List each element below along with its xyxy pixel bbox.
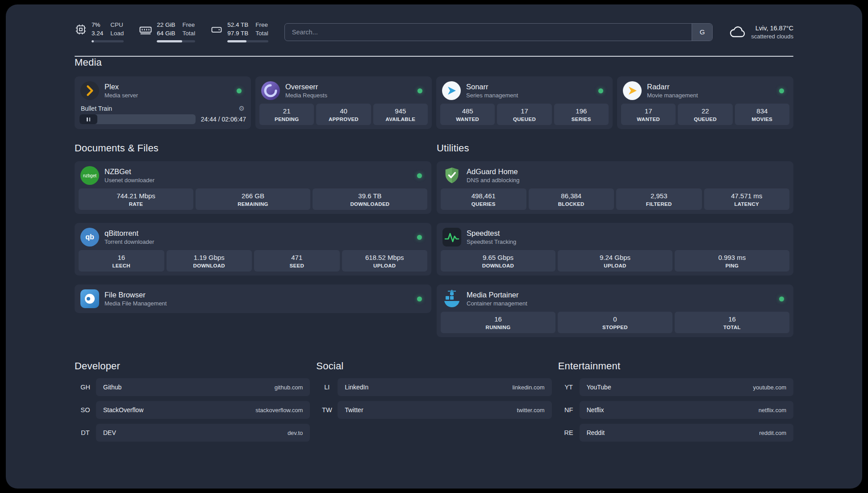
bookmark-url: netflix.com [759, 407, 786, 414]
gear-icon[interactable]: ⚙ [239, 104, 245, 113]
stat-tile: 266 GB REMAINING [196, 188, 310, 210]
section-title-utilities: Utilities [437, 142, 793, 154]
app-desc: Usenet downloader [104, 177, 154, 184]
stat-tile: 9.65 Gbps DOWNLOAD [441, 250, 555, 272]
section-title-media: Media [75, 57, 793, 68]
stat-value: 9.65 Gbps [442, 254, 554, 261]
bookmark-name: Github [103, 384, 121, 391]
stat-tile: 16 LEECH [79, 250, 164, 272]
disk-icon [210, 23, 223, 36]
app-desc: Media Requests [285, 92, 327, 99]
bookmark-url: linkedin.com [512, 384, 544, 391]
bookmark-dev[interactable]: DEV dev.to [96, 424, 310, 442]
card-header: Plex Media server [79, 80, 247, 104]
stat-label: TOTAL [676, 325, 788, 330]
dashboard-content: 7% 3.24 CPU Load [75, 4, 793, 447]
section-title-developer: Developer [75, 360, 310, 372]
app-card-speedtest[interactable]: Speedtest Speedtest Tracking 9.65 Gbps D… [437, 223, 793, 276]
stat-value: 0.993 ms [676, 254, 788, 261]
bookmark-github[interactable]: Github github.com [96, 378, 310, 396]
pause-button[interactable] [79, 114, 97, 124]
stat-value: 21 [261, 107, 312, 115]
app-name: Plex [104, 83, 138, 91]
stat-value: 17 [499, 107, 550, 115]
stat-label: QUEUED [499, 117, 550, 122]
bookmark-netflix[interactable]: Netflix netflix.com [580, 401, 793, 419]
weather-condition: scattered clouds [751, 33, 793, 40]
stat-value: 834 [737, 107, 788, 115]
bookmark-youtube[interactable]: YouTube youtube.com [580, 378, 793, 396]
stat-value: 47.571 ms [706, 192, 788, 200]
cpu-progress-bar [92, 40, 124, 42]
documents-card-stack: nzbget NZBGet Usenet downloader 744.21 M… [75, 161, 431, 313]
bookmark-abbr: RE [558, 429, 580, 436]
bookmark-stackoverflow[interactable]: StackOverflow stackoverflow.com [96, 401, 310, 419]
stat-tile: 485 WANTED [440, 104, 495, 125]
card-header: Sonarr Series management [440, 80, 609, 104]
app-name: Sonarr [466, 83, 518, 91]
app-card-nzbget[interactable]: nzbget NZBGet Usenet downloader 744.21 M… [75, 161, 431, 214]
stat-label: QUEUED [680, 117, 730, 122]
app-desc: Movie management [647, 92, 698, 99]
bookmarks-social: Social LI LinkedIn linkedin.com TW Twitt… [316, 360, 551, 447]
stat-label: SEED [256, 263, 338, 268]
playback-progress-bar[interactable] [79, 114, 196, 124]
disk-free-value: 52.4 TB [227, 21, 248, 29]
bookmark-abbr: YT [558, 384, 580, 391]
top-bar: 7% 3.24 CPU Load [75, 21, 793, 42]
qbittorrent-icon: qb [80, 228, 99, 246]
app-card-adguard[interactable]: AdGuard Home DNS and adblocking 498,461 … [437, 161, 793, 214]
stat-label: QUERIES [442, 201, 525, 207]
stat-tile: 40 APPROVED [316, 104, 371, 125]
status-dot [598, 88, 603, 93]
app-card-portainer[interactable]: Media Portainer Container management 16 … [437, 284, 793, 337]
search-input[interactable] [285, 24, 692, 41]
status-dot [779, 88, 784, 93]
stat-tile: 16 TOTAL [675, 312, 789, 333]
documents-column: Documents & Files nzbget NZBGet Usenet d… [75, 142, 431, 337]
cpu-load-value: 3.24 [92, 30, 103, 37]
stat-label: UPLOAD [344, 263, 426, 268]
bookmark-reddit[interactable]: Reddit reddit.com [580, 424, 793, 442]
bookmark-abbr: SO [75, 406, 96, 414]
bookmark-row: RE Reddit reddit.com [558, 424, 793, 442]
bookmark-name: YouTube [587, 384, 611, 391]
bookmarks-entertainment: Entertainment YT YouTube youtube.com NF … [558, 360, 793, 447]
search-bar: G [284, 23, 713, 41]
section-title-documents: Documents & Files [75, 142, 431, 154]
bookmark-abbr: TW [316, 406, 338, 414]
search-engine-button[interactable]: G [692, 24, 712, 41]
stats-row: 21 PENDING 40 APPROVED 945 AVAILABLE [259, 104, 428, 125]
stat-label: LEECH [80, 263, 163, 268]
now-playing-row: Bullet Train ⚙ [79, 104, 247, 113]
speedtest-icon [442, 228, 461, 246]
cloud-icon [729, 23, 747, 41]
stat-value: 945 [375, 107, 426, 115]
stats-row: 17 WANTED 22 QUEUED 834 MOVIES [621, 104, 789, 125]
app-card-sonarr[interactable]: Sonarr Series management 485 WANTED 17 Q… [436, 76, 613, 129]
app-name: NZBGet [104, 167, 154, 176]
stat-value: 9.24 Gbps [559, 254, 671, 261]
app-desc: Media File Management [104, 300, 167, 307]
memory-free-value: 22 GiB [157, 21, 175, 29]
cpu-label: CPU [110, 21, 124, 29]
app-card-qbittorrent[interactable]: qb qBittorrent Torrent downloader 16 LEE… [75, 223, 431, 276]
player-row: 24:44 / 02:06:47 [79, 114, 247, 125]
stat-label: REMAINING [197, 201, 309, 207]
memory-total-label: Total [183, 30, 196, 37]
app-card-radarr[interactable]: Radarr Movie management 17 WANTED 22 QUE… [617, 76, 793, 129]
stat-value: 498,461 [442, 192, 525, 200]
status-dot [779, 297, 784, 301]
adguard-icon [442, 166, 461, 185]
bookmark-linkedin[interactable]: LinkedIn linkedin.com [338, 378, 551, 396]
bookmark-twitter[interactable]: Twitter twitter.com [338, 401, 551, 419]
stat-label: RUNNING [442, 325, 554, 330]
app-name: Speedtest [467, 229, 516, 238]
app-name: Media Portainer [467, 291, 527, 299]
app-card-overseerr[interactable]: Overseerr Media Requests 21 PENDING 40 A… [255, 76, 432, 129]
stat-label: FILTERED [618, 201, 700, 207]
stat-value: 744.21 Mbps [80, 192, 192, 200]
stat-value: 16 [442, 315, 554, 323]
app-card-plex[interactable]: Plex Media server Bullet Train ⚙ 24:44 /… [75, 76, 251, 129]
app-card-filebrowser[interactable]: File Browser Media File Management [75, 284, 431, 313]
